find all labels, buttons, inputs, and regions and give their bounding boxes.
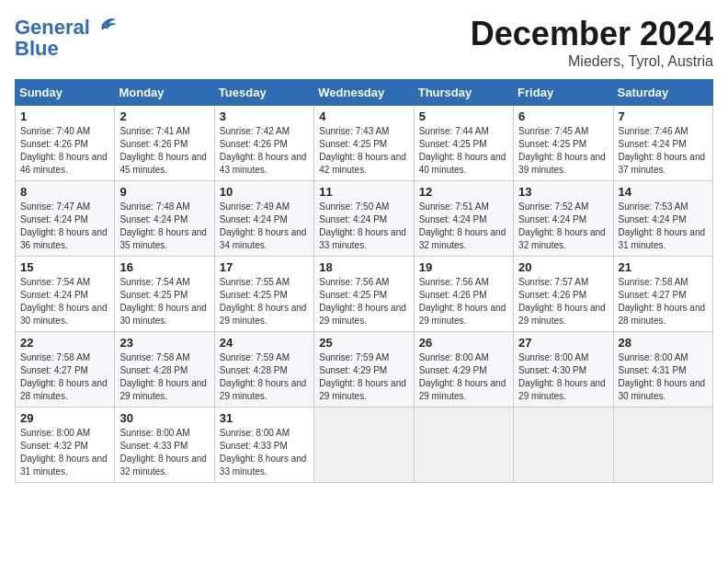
day-info: Sunrise: 7:56 AM Sunset: 4:25 PM Dayligh… bbox=[319, 276, 408, 327]
day-number: 15 bbox=[20, 260, 109, 274]
day-cell-14: 14 Sunrise: 7:53 AM Sunset: 4:24 PM Dayl… bbox=[613, 181, 712, 257]
day-number: 21 bbox=[619, 260, 708, 274]
day-cell-10: 10 Sunrise: 7:49 AM Sunset: 4:24 PM Dayl… bbox=[214, 181, 313, 257]
day-cell-12: 12 Sunrise: 7:51 AM Sunset: 4:24 PM Dayl… bbox=[414, 181, 513, 257]
header-wednesday: Wednesday bbox=[314, 80, 414, 106]
day-cell-28: 28 Sunrise: 8:00 AM Sunset: 4:31 PM Dayl… bbox=[613, 332, 712, 408]
header-thursday: Thursday bbox=[414, 80, 513, 106]
day-number: 23 bbox=[119, 336, 209, 350]
calendar-week-3: 22 Sunrise: 7:58 AM Sunset: 4:27 PM Dayl… bbox=[16, 332, 713, 408]
empty-day-cell bbox=[613, 408, 712, 483]
day-number: 2 bbox=[119, 109, 209, 123]
header-sunday: Sunday bbox=[16, 80, 115, 106]
day-cell-17: 17 Sunrise: 7:55 AM Sunset: 4:25 PM Dayl… bbox=[214, 257, 313, 332]
day-number: 6 bbox=[518, 109, 608, 123]
day-cell-29: 29 Sunrise: 8:00 AM Sunset: 4:32 PM Dayl… bbox=[16, 408, 115, 483]
day-number: 11 bbox=[319, 185, 408, 199]
day-cell-7: 7 Sunrise: 7:46 AM Sunset: 4:24 PM Dayli… bbox=[613, 106, 712, 181]
day-info: Sunrise: 7:49 AM Sunset: 4:24 PM Dayligh… bbox=[220, 201, 309, 252]
day-cell-22: 22 Sunrise: 7:58 AM Sunset: 4:27 PM Dayl… bbox=[16, 332, 115, 408]
day-number: 16 bbox=[119, 260, 209, 274]
empty-day-cell bbox=[514, 408, 613, 483]
day-cell-26: 26 Sunrise: 8:00 AM Sunset: 4:29 PM Dayl… bbox=[414, 332, 513, 408]
title-block: December 2024 Mieders, Tyrol, Austria bbox=[471, 15, 713, 70]
day-info: Sunrise: 7:45 AM Sunset: 4:25 PM Dayligh… bbox=[518, 125, 608, 177]
day-info: Sunrise: 8:00 AM Sunset: 4:33 PM Dayligh… bbox=[220, 427, 309, 478]
day-info: Sunrise: 8:00 AM Sunset: 4:32 PM Dayligh… bbox=[20, 427, 109, 478]
day-cell-23: 23 Sunrise: 7:58 AM Sunset: 4:28 PM Dayl… bbox=[115, 332, 214, 408]
logo-bird-icon bbox=[92, 15, 118, 40]
day-number: 18 bbox=[319, 260, 408, 274]
day-cell-15: 15 Sunrise: 7:54 AM Sunset: 4:24 PM Dayl… bbox=[16, 257, 115, 332]
day-info: Sunrise: 8:00 AM Sunset: 4:33 PM Dayligh… bbox=[119, 427, 209, 478]
logo-text: General bbox=[15, 17, 90, 39]
day-number: 1 bbox=[20, 109, 109, 123]
day-number: 20 bbox=[518, 260, 608, 274]
header-saturday: Saturday bbox=[613, 80, 712, 106]
day-number: 26 bbox=[419, 336, 508, 350]
day-cell-4: 4 Sunrise: 7:43 AM Sunset: 4:25 PM Dayli… bbox=[314, 106, 414, 181]
day-cell-31: 31 Sunrise: 8:00 AM Sunset: 4:33 PM Dayl… bbox=[214, 408, 313, 483]
day-number: 28 bbox=[619, 336, 708, 350]
day-cell-24: 24 Sunrise: 7:59 AM Sunset: 4:28 PM Dayl… bbox=[214, 332, 313, 408]
page-header: General Blue December 2024 Mieders, Tyro… bbox=[15, 15, 713, 70]
day-number: 7 bbox=[619, 109, 708, 123]
day-info: Sunrise: 7:58 AM Sunset: 4:28 PM Dayligh… bbox=[119, 351, 209, 403]
day-info: Sunrise: 7:59 AM Sunset: 4:28 PM Dayligh… bbox=[220, 351, 309, 403]
day-info: Sunrise: 7:44 AM Sunset: 4:25 PM Dayligh… bbox=[419, 125, 508, 177]
day-cell-6: 6 Sunrise: 7:45 AM Sunset: 4:25 PM Dayli… bbox=[514, 106, 613, 181]
day-number: 5 bbox=[419, 109, 508, 123]
day-info: Sunrise: 7:42 AM Sunset: 4:26 PM Dayligh… bbox=[220, 125, 309, 177]
day-cell-25: 25 Sunrise: 7:59 AM Sunset: 4:29 PM Dayl… bbox=[314, 332, 414, 408]
day-cell-1: 1 Sunrise: 7:40 AM Sunset: 4:26 PM Dayli… bbox=[16, 106, 115, 181]
day-cell-21: 21 Sunrise: 7:58 AM Sunset: 4:27 PM Dayl… bbox=[613, 257, 712, 332]
day-cell-18: 18 Sunrise: 7:56 AM Sunset: 4:25 PM Dayl… bbox=[314, 257, 414, 332]
day-info: Sunrise: 7:52 AM Sunset: 4:24 PM Dayligh… bbox=[518, 201, 608, 252]
day-number: 9 bbox=[119, 185, 209, 199]
day-info: Sunrise: 7:50 AM Sunset: 4:24 PM Dayligh… bbox=[319, 201, 408, 252]
day-info: Sunrise: 8:00 AM Sunset: 4:31 PM Dayligh… bbox=[619, 351, 708, 403]
day-cell-19: 19 Sunrise: 7:56 AM Sunset: 4:26 PM Dayl… bbox=[414, 257, 513, 332]
day-info: Sunrise: 7:40 AM Sunset: 4:26 PM Dayligh… bbox=[20, 125, 109, 177]
calendar-week-2: 15 Sunrise: 7:54 AM Sunset: 4:24 PM Dayl… bbox=[16, 257, 713, 332]
day-number: 22 bbox=[20, 336, 109, 350]
day-cell-2: 2 Sunrise: 7:41 AM Sunset: 4:26 PM Dayli… bbox=[115, 106, 214, 181]
day-cell-30: 30 Sunrise: 8:00 AM Sunset: 4:33 PM Dayl… bbox=[115, 408, 214, 483]
day-cell-20: 20 Sunrise: 7:57 AM Sunset: 4:26 PM Dayl… bbox=[514, 257, 613, 332]
day-info: Sunrise: 7:46 AM Sunset: 4:24 PM Dayligh… bbox=[619, 125, 708, 177]
day-info: Sunrise: 7:57 AM Sunset: 4:26 PM Dayligh… bbox=[518, 276, 608, 327]
day-info: Sunrise: 8:00 AM Sunset: 4:29 PM Dayligh… bbox=[419, 351, 508, 403]
empty-day-cell bbox=[414, 408, 513, 483]
calendar-week-1: 8 Sunrise: 7:47 AM Sunset: 4:24 PM Dayli… bbox=[16, 181, 713, 257]
day-info: Sunrise: 7:47 AM Sunset: 4:24 PM Dayligh… bbox=[20, 201, 109, 252]
day-info: Sunrise: 7:43 AM Sunset: 4:25 PM Dayligh… bbox=[319, 125, 408, 177]
day-info: Sunrise: 7:41 AM Sunset: 4:26 PM Dayligh… bbox=[119, 125, 209, 177]
day-number: 12 bbox=[419, 185, 508, 199]
day-number: 10 bbox=[220, 185, 309, 199]
calendar-header-row: SundayMondayTuesdayWednesdayThursdayFrid… bbox=[16, 80, 713, 106]
day-cell-8: 8 Sunrise: 7:47 AM Sunset: 4:24 PM Dayli… bbox=[16, 181, 115, 257]
day-cell-9: 9 Sunrise: 7:48 AM Sunset: 4:24 PM Dayli… bbox=[115, 181, 214, 257]
empty-day-cell bbox=[314, 408, 414, 483]
header-monday: Monday bbox=[115, 80, 214, 106]
logo: General Blue bbox=[15, 15, 118, 61]
day-cell-3: 3 Sunrise: 7:42 AM Sunset: 4:26 PM Dayli… bbox=[214, 106, 313, 181]
day-number: 27 bbox=[518, 336, 608, 350]
day-number: 4 bbox=[319, 109, 408, 123]
day-cell-16: 16 Sunrise: 7:54 AM Sunset: 4:25 PM Dayl… bbox=[115, 257, 214, 332]
calendar-table: SundayMondayTuesdayWednesdayThursdayFrid… bbox=[15, 79, 713, 483]
day-info: Sunrise: 7:56 AM Sunset: 4:26 PM Dayligh… bbox=[419, 276, 508, 327]
day-info: Sunrise: 7:59 AM Sunset: 4:29 PM Dayligh… bbox=[319, 351, 408, 403]
day-info: Sunrise: 7:54 AM Sunset: 4:25 PM Dayligh… bbox=[119, 276, 209, 327]
calendar-week-0: 1 Sunrise: 7:40 AM Sunset: 4:26 PM Dayli… bbox=[16, 106, 713, 181]
header-tuesday: Tuesday bbox=[214, 80, 313, 106]
day-number: 17 bbox=[220, 260, 309, 274]
day-number: 31 bbox=[220, 411, 309, 425]
day-info: Sunrise: 7:55 AM Sunset: 4:25 PM Dayligh… bbox=[220, 276, 309, 327]
day-number: 30 bbox=[119, 411, 209, 425]
day-number: 24 bbox=[220, 336, 309, 350]
calendar-week-4: 29 Sunrise: 8:00 AM Sunset: 4:32 PM Dayl… bbox=[16, 408, 713, 483]
day-number: 19 bbox=[419, 260, 508, 274]
day-info: Sunrise: 7:58 AM Sunset: 4:27 PM Dayligh… bbox=[20, 351, 109, 403]
day-number: 3 bbox=[220, 109, 309, 123]
